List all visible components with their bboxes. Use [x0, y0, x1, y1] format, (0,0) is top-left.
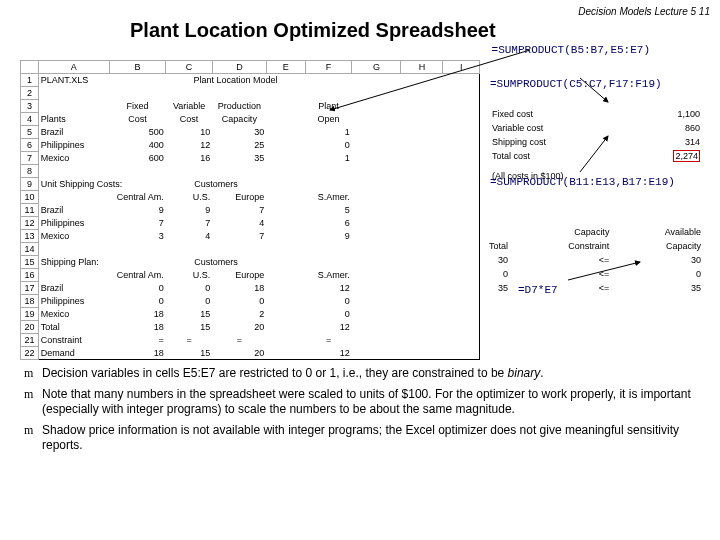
- total-cost-highlight: 2,274: [673, 150, 700, 162]
- colhdr: F: [305, 61, 352, 74]
- cost-summary: Fixed cost1,100 Variable cost860 Shippin…: [486, 106, 706, 184]
- model-title: Plant Location Model: [166, 74, 306, 87]
- colhdr: A: [38, 61, 109, 74]
- capacity-block: CapacityAvailable TotalConstraintCapacit…: [456, 224, 706, 296]
- table-row: 17Brazil001812: [21, 282, 480, 295]
- formula-sumproduct-c5c7: =SUMPRODUCT(C5:C7,F17:F19): [490, 78, 662, 90]
- table-row: 5Brazil50010301: [21, 126, 480, 139]
- colhdr: C: [166, 61, 213, 74]
- table-row: 6Philippines40012250: [21, 139, 480, 152]
- colhdr: D: [212, 61, 266, 74]
- cap-row: 30<=30: [458, 254, 704, 266]
- formula-sumproduct-b11e13: =SUMPRODUCT(B11:E13,B17:E19): [490, 176, 675, 188]
- cap-row: 35<=35: [458, 282, 704, 294]
- corner-cell: [21, 61, 39, 74]
- table-row: 7Mexico60016351: [21, 152, 480, 165]
- spreadsheet-area: A B C D E F G H I 1PLANT.XLSPlant Locati…: [10, 60, 710, 360]
- formula-d7e7: =D7*E7: [518, 284, 558, 296]
- filename-cell: PLANT.XLS: [38, 74, 109, 87]
- page-title: Plant Location Optimized Spreadsheet: [10, 19, 710, 42]
- colhdr: G: [352, 61, 401, 74]
- colhdr: E: [266, 61, 305, 74]
- spreadsheet-table: A B C D E F G H I 1PLANT.XLSPlant Locati…: [20, 60, 480, 360]
- note-item: Decision variables in cells E5:E7 are re…: [24, 366, 710, 381]
- formula-sumproduct-top: =SUMPRODUCT(B5:B7,E5:E7): [10, 44, 710, 56]
- table-row: 12Philippines7746: [21, 217, 480, 230]
- note-item: Note that many numbers in the spreadshee…: [24, 387, 710, 417]
- table-row: 13Mexico3479: [21, 230, 480, 243]
- table-row: 11Brazil9975: [21, 204, 480, 217]
- note-item: Shadow price information is not availabl…: [24, 423, 710, 453]
- colhdr: I: [443, 61, 480, 74]
- cap-row: 0<=0: [458, 268, 704, 280]
- table-row: 19Mexico181520: [21, 308, 480, 321]
- colhdr: H: [401, 61, 443, 74]
- colhdr: B: [109, 61, 166, 74]
- page-number: Decision Models Lecture 5 11: [10, 6, 710, 17]
- table-row: 18Philippines0000: [21, 295, 480, 308]
- lecture-notes: Decision variables in cells E5:E7 are re…: [24, 366, 710, 453]
